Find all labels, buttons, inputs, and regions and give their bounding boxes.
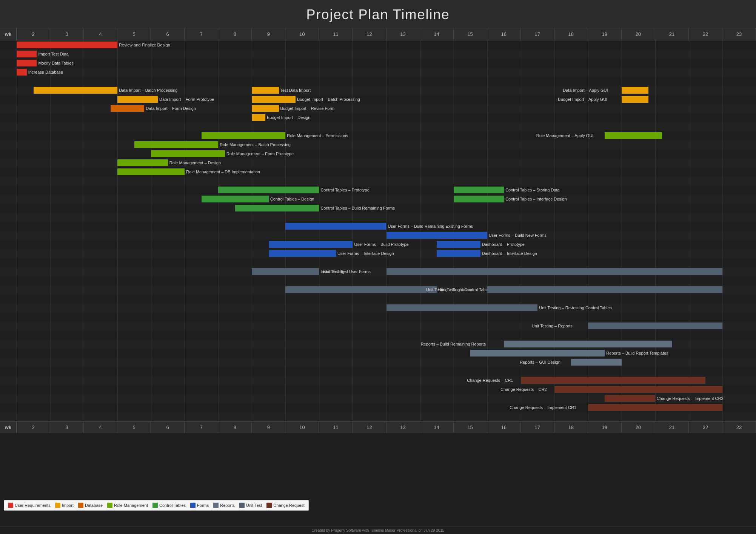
bar-label: User Forms – Build New Forms [489,232,547,239]
gantt-bar [151,150,225,157]
bar-label: Dashboard – Interface Design [482,250,537,257]
bar-label: Role Management – Form Prototype [226,150,294,157]
bar-label: Control Tables – Storing Data [505,186,560,194]
legend-swatch [8,503,13,508]
gantt-bar [134,141,219,148]
week-header: wk234567891011121314151617181920212223 [0,28,756,40]
week-cell-2: 2 [17,28,50,40]
gantt-bar [386,232,487,239]
legend-swatch [266,503,272,508]
gantt-bar [605,395,655,402]
gantt-bar [588,404,722,411]
week-cell-9: 9 [252,28,285,40]
gantt-bar [252,114,265,121]
gantt-bar [437,250,480,257]
week-cell-3: 3 [50,28,84,40]
gantt-bar [17,60,37,66]
legend-item: Control Tables [152,503,186,508]
legend-label: Change Request [273,503,305,508]
gantt-bar [622,96,648,103]
bar-label: Budget Import – Design [267,114,311,121]
legend-item: Import [55,503,74,508]
gantt-bar [252,105,279,112]
gantt-bar [487,286,722,293]
gantt-bar [605,132,662,139]
bar-label: Budget Import – Apply GUI [558,96,607,103]
legend-swatch [152,503,158,508]
week-cell-14: 14 [420,28,454,40]
gantt-bar [218,187,319,193]
bar-label: Unit Testing – Re-testing Control Tables [539,304,612,312]
grid-line [84,40,84,421]
week-footer: wk234567891011121314151617181920212223 [0,421,756,433]
gantt-bar [386,268,722,275]
legend-label: Role Management [114,503,148,508]
gantt-bar [622,87,648,94]
bar-label: Review and Finalize Design [119,41,170,49]
legend-item: Forms [190,503,209,508]
bar-label: Data Import – Apply GUI [563,86,608,94]
grid-line [722,40,723,421]
week-cell-14: 14 [420,421,454,433]
grid-line [218,40,219,421]
gantt-bar [252,87,279,94]
legend-item: Reports [213,503,235,508]
week-cell-6: 6 [151,28,185,40]
gantt-bar [117,96,158,103]
gantt-bar [117,159,168,166]
legend-label: Database [85,503,103,508]
week-cell-18: 18 [554,421,588,433]
gantt-bar [235,205,319,211]
week-cell-6: 6 [151,421,185,433]
bar-label: Role Management – Design [169,159,221,167]
gantt-bar [34,87,118,94]
wk-column-label: wk [0,28,17,40]
bar-label: Data Import – Form Design [146,105,196,112]
week-cell-19: 19 [588,28,622,40]
gantt-bar [554,386,722,393]
bar-label: Control Tables – Prototype [320,186,369,194]
week-cell-11: 11 [319,421,353,433]
week-cell-18: 18 [554,28,588,40]
bar-label: Control Tables – Design [270,195,314,203]
bar-label: Increase Database [28,68,63,76]
week-cell-8: 8 [218,28,252,40]
gantt-bar [571,359,622,366]
legend-swatch [239,503,245,508]
grid-line [689,40,689,421]
week-cell-15: 15 [454,28,487,40]
legend-label: Unit Test [246,503,262,508]
week-cell-10: 10 [285,421,319,433]
page-container: Project Plan Timeline wk2345678910111213… [0,0,756,534]
week-cell-17: 17 [521,421,554,433]
week-cell-12: 12 [353,421,386,433]
week-cell-16: 16 [487,421,521,433]
bar-label: Change Requests – CR1 [467,377,513,384]
gantt-bar [17,51,37,57]
bar-label: Import Test Data [38,50,69,58]
bar-label: Reports – Build Report Templates [606,349,668,357]
bar-label: Role Management – DB Implementation [186,168,260,176]
week-cell-10: 10 [285,28,319,40]
bar-label: Dashboard – Prototype [482,241,525,248]
bar-label: Reports – GUI Design [520,358,560,366]
bar-label: Reports – Build Remaining Reports [421,340,486,348]
week-cell-19: 19 [588,421,622,433]
legend-swatch [78,503,83,508]
gantt-bar [285,286,437,293]
gantt-bar [111,105,144,112]
bar-label: Unit Testing – Reports [532,322,573,330]
week-cell-2: 2 [17,421,50,433]
gantt-bar [386,304,538,311]
bar-label: Control Tables – Build Remaining Forms [320,204,395,212]
legend: User RequirementsImportDatabaseRole Mana… [4,500,309,511]
grid-line [50,40,51,421]
week-cell-5: 5 [117,421,151,433]
legend-label: Forms [197,503,209,508]
week-cell-20: 20 [622,28,655,40]
bar-label: User Forms – Build Prototype [354,241,408,248]
legend-item: Change Request [266,503,305,508]
week-cell-11: 11 [319,28,353,40]
gantt-bar [252,96,296,103]
legend-label: User Requirements [15,503,51,508]
